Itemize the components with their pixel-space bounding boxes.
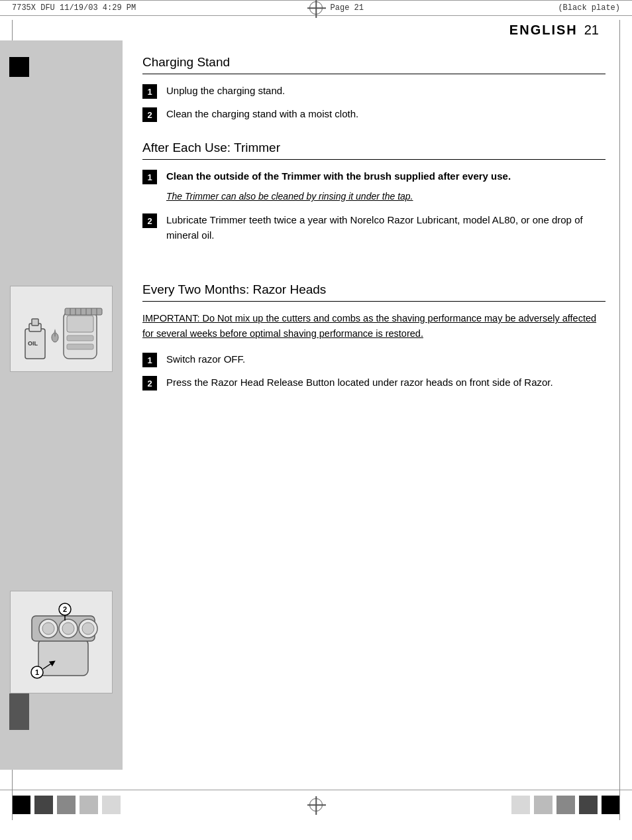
language-title: ENGLISH [509,23,578,38]
svg-rect-6 [67,316,93,332]
footer-crosshair [309,798,323,811]
header-bar: 7735X DFU 11/19/03 4:29 PM Page 21 (Blac… [0,0,632,16]
right-border [619,20,620,820]
after-each-use-title: After Each Use: Trimmer [142,141,606,155]
footer-sq-right-2 [534,796,553,814]
header-right-text: (Black plate) [558,3,620,13]
header-middle-text: Page 21 [331,3,364,13]
razor-illustration: 1 2 [19,599,105,686]
svg-text:OIL: OIL [28,340,38,347]
razor-head-image: 1 2 [10,591,113,693]
important-note: IMPORTANT: Do Not mix up the cutters and… [142,311,606,341]
footer-sq-right-5 [602,796,620,814]
footer-sq-right-3 [556,796,575,814]
footer-sq-dark-gray [34,796,53,814]
svg-rect-8 [67,344,93,349]
every-two-months-title: Every Two Months: Razor Heads [142,282,606,297]
step-text-aeu-1: Clean the outside of the Trimmer with th… [166,169,511,184]
page-num-bar: ENGLISH 21 [0,16,632,40]
step-text-cs-2: Clean the charging stand with a moist cl… [166,107,358,122]
step-etm-2: 2 Press the Razor Head Release Button lo… [142,375,606,390]
header-crosshair [309,1,323,15]
step-cs-1: 1 Unplug the charging stand. [142,84,606,99]
charging-stand-title: Charging Stand [142,55,606,70]
section-after-each-use: After Each Use: Trimmer 1 Clean the outs… [142,141,606,243]
footer-sq-right-4 [579,796,598,814]
svg-point-19 [42,623,54,634]
section-charging-stand: Charging Stand 1 Unplug the charging sta… [142,55,606,122]
svg-point-21 [62,623,74,634]
step-text-etm-2: Press the Razor Head Release Button loca… [166,375,553,390]
section-divider-1 [142,74,606,74]
main-layout: OIL [0,40,632,770]
section-divider-2 [142,159,606,160]
step-etm-1: 1 Switch razor OFF. [142,352,606,367]
step-text-aeu-2: Lubricate Trimmer teeth twice a year wit… [166,213,606,243]
gray-square-bottom [9,693,29,730]
step-aeu-2: 2 Lubricate Trimmer teeth twice a year w… [142,213,606,243]
content-area: Charging Stand 1 Unplug the charging sta… [123,40,632,770]
footer-sq-lighter-gray [102,796,121,814]
step-text-etm-1: Switch razor OFF. [166,352,245,367]
footer-sq-right-1 [511,796,530,814]
footer-sq-black [12,796,30,814]
note-trimmer: The Trimmer can also be cleaned by rinsi… [166,190,606,204]
step-num-cs-1: 1 [142,84,157,99]
step-num-etm-1: 1 [142,353,157,367]
black-square-top [9,57,29,77]
step-cs-2: 2 Clean the charging stand with a moist … [142,107,606,122]
section-divider-3 [142,301,606,302]
svg-rect-7 [67,335,93,341]
trimmer-image: OIL [10,286,113,372]
svg-point-23 [82,623,94,634]
section-every-two-months: Every Two Months: Razor Heads IMPORTANT:… [142,282,606,390]
step-num-aeu-2: 2 [142,213,157,228]
trimmer-illustration: OIL [19,292,105,365]
step-num-etm-2: 2 [142,376,157,390]
footer-sq-med-gray [57,796,76,814]
step-num-cs-2: 2 [142,107,157,122]
step-aeu-1: 1 Clean the outside of the Trimmer with … [142,169,606,184]
step-text-cs-1: Unplug the charging stand. [166,84,285,99]
svg-text:1: 1 [34,668,38,676]
svg-text:2: 2 [62,605,66,613]
header-left-text: 7735X DFU 11/19/03 4:29 PM [12,3,136,13]
sidebar: OIL [0,40,123,770]
svg-rect-16 [38,639,88,676]
footer-squares-right [511,796,620,814]
footer-sq-light-gray [79,796,98,814]
page-number: 21 [584,23,599,38]
step-num-aeu-1: 1 [142,170,157,184]
footer-bar [0,790,632,818]
footer-squares-left [12,796,121,814]
svg-rect-2 [32,319,38,326]
